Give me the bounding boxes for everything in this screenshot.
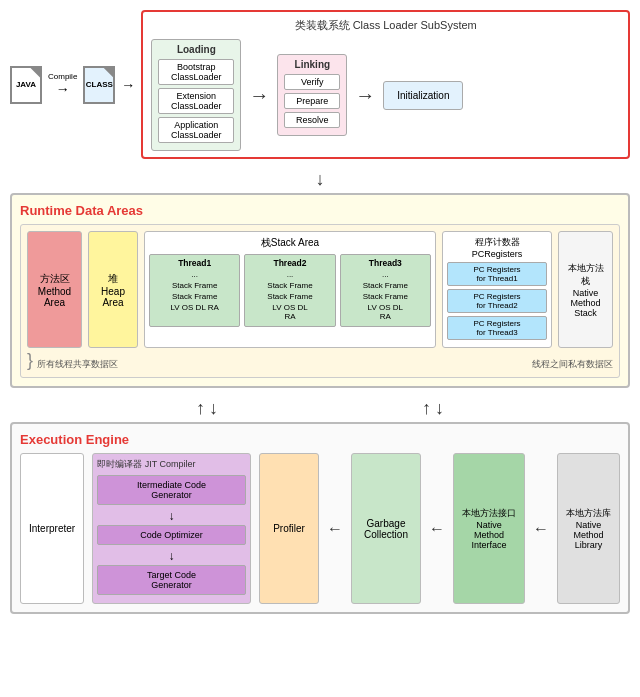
to-native-library-arrow: ← (533, 453, 549, 604)
interpreter-box: Interpreter (20, 453, 84, 604)
thread1-col: Thread1 ... Stack Frame Stack Frame LV O… (149, 254, 240, 327)
loading-box: Loading BootstrapClassLoader ExtensionCl… (151, 39, 241, 151)
shared-label-area: } 所有线程共享数据区 (27, 350, 118, 371)
private-label: 线程之间私有数据区 (532, 358, 613, 371)
shared-label: 所有线程共享数据区 (37, 358, 118, 371)
jit-item-2: Code Optimizer (97, 525, 246, 545)
linking-title: Linking (284, 59, 340, 70)
stack-area-container: 栈Stack Area Thread1 ... Stack Frame Stac… (144, 231, 436, 348)
pc-thread3: PC Registersfor Thread3 (447, 316, 547, 340)
verify-item: Verify (284, 74, 340, 90)
execution-section: Execution Engine Interpreter 即时编译器 JIT C… (10, 422, 630, 614)
native-interface-box: 本地方法接口NativeMethodInterface (453, 453, 525, 604)
brace-left-icon: } (27, 350, 33, 371)
down-arrow-icon: ↓ (316, 169, 325, 190)
application-classloader: ApplicationClassLoader (158, 117, 234, 143)
prepare-item: Prepare (284, 93, 340, 109)
linking-box: Linking Verify Prepare Resolve (277, 54, 347, 136)
down-arrow2-icon: ↓ (209, 398, 218, 419)
native-stack-box: 本地方法 栈 Native Method Stack (558, 231, 613, 348)
compile-arrow: Compile → (48, 72, 77, 97)
top-section: JAVA Compile → CLASS → 类装载系统 Class Loade… (10, 10, 630, 159)
java-file: JAVA (10, 66, 42, 104)
jit-arrow1-icon: ↓ (97, 509, 246, 523)
right-arrow-icon: → (56, 81, 70, 97)
initialization-box: Initialization (383, 81, 463, 110)
thread2-col: Thread2 ... Stack Frame Stack Frame LV O… (244, 254, 335, 327)
runtime-to-execution-arrows: ↑ ↓ ↑ ↓ (10, 398, 630, 419)
runtime-title: Runtime Data Areas (20, 203, 620, 218)
extension-classloader: ExtensionClassLoader (158, 88, 234, 114)
pc-registers-container: 程序计数器PCRegisters PC Registersfor Thread1… (442, 231, 552, 348)
garbage-box: GarbageCollection (351, 453, 421, 604)
classloader-box: 类装载系统 Class Loader SubSystem Loading Boo… (141, 10, 630, 159)
stack-area-title: 栈Stack Area (149, 236, 431, 250)
pc-thread2: PC Registersfor Thread2 (447, 289, 547, 313)
classloader-title: 类装载系统 Class Loader SubSystem (151, 18, 620, 33)
loading-to-linking-arrow: → (249, 84, 269, 107)
jit-item-3: Target CodeGenerator (97, 565, 246, 595)
classloader-inner: Loading BootstrapClassLoader ExtensionCl… (151, 39, 620, 151)
classloader-to-runtime-arrows: ↓ (10, 169, 630, 190)
to-garbage-arrow: ← (327, 453, 343, 604)
thread3-col: Thread3 ... Stack Frame Stack Frame LV O… (340, 254, 431, 327)
jit-container: 即时编译器 JIT Compiler Itermediate CodeGener… (92, 453, 251, 604)
native-library-box: 本地方法库NativeMethodLibrary (557, 453, 620, 604)
jit-title: 即时编译器 JIT Compiler (97, 458, 246, 471)
main-container: JAVA Compile → CLASS → 类装载系统 Class Loade… (0, 0, 640, 624)
runtime-section: Runtime Data Areas 方法区 Method Area 堆 Hea… (10, 193, 630, 388)
jit-arrow2-icon: ↓ (97, 549, 246, 563)
threads-row: Thread1 ... Stack Frame Stack Frame LV O… (149, 254, 431, 327)
pc-title: 程序计数器PCRegisters (447, 236, 547, 259)
loading-title: Loading (158, 44, 234, 55)
linking-to-init-arrow: → (355, 84, 375, 107)
right-arrow2-icon: → (121, 77, 135, 93)
class-file-icon: CLASS (83, 66, 115, 104)
heap-box: 堆 Heap Area (88, 231, 138, 348)
jit-item-1: Itermediate CodeGenerator (97, 475, 246, 505)
java-file-icon: JAVA (10, 66, 42, 104)
up-arrow2-icon: ↑ (422, 398, 431, 419)
runtime-row: 方法区 Method Area 堆 Heap Area 栈Stack Area (27, 231, 613, 348)
profiler-box: Profiler (259, 453, 319, 604)
method-area-box: 方法区 Method Area (27, 231, 82, 348)
execution-title: Execution Engine (20, 432, 620, 447)
pc-thread1: PC Registersfor Thread1 (447, 262, 547, 286)
labels-row: } 所有线程共享数据区 线程之间私有数据区 (27, 350, 613, 371)
bootstrap-classloader: BootstrapClassLoader (158, 59, 234, 85)
up-arrow-icon: ↑ (196, 398, 205, 419)
to-native-interface-arrow: ← (429, 453, 445, 604)
down-arrow3-icon: ↓ (435, 398, 444, 419)
execution-inner: Interpreter 即时编译器 JIT Compiler Itermedia… (20, 453, 620, 604)
runtime-inner: 方法区 Method Area 堆 Heap Area 栈Stack Area (20, 224, 620, 378)
class-file: CLASS (83, 66, 115, 104)
to-classloader-arrow: → (121, 77, 135, 93)
resolve-item: Resolve (284, 112, 340, 128)
